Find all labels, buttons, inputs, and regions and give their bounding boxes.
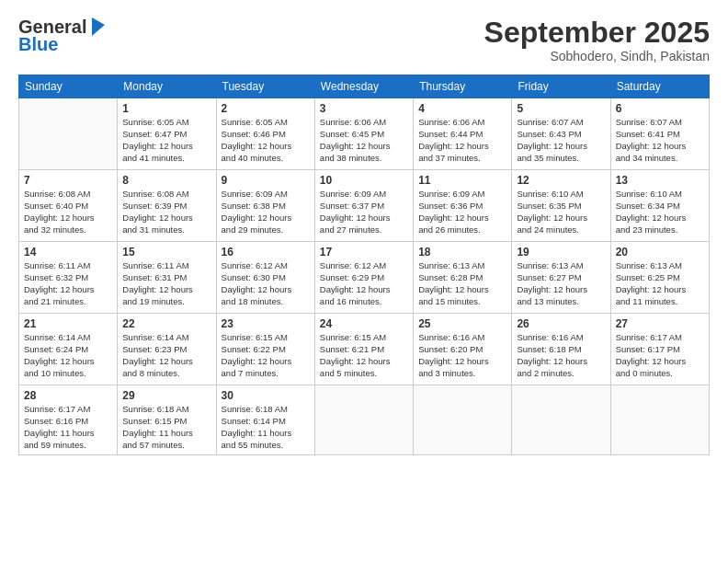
day-number: 26 bbox=[517, 317, 605, 330]
day-number: 20 bbox=[616, 246, 704, 259]
day-number: 16 bbox=[222, 246, 310, 259]
table-row: 17Sunrise: 6:12 AMSunset: 6:29 PMDayligh… bbox=[314, 242, 413, 314]
col-thursday: Thursday bbox=[414, 75, 512, 98]
location: Sobhodero, Sindh, Pakistan bbox=[484, 49, 710, 63]
day-info: Sunrise: 6:12 AMSunset: 6:30 PMDaylight:… bbox=[222, 260, 310, 307]
day-number: 11 bbox=[418, 174, 506, 187]
col-tuesday: Tuesday bbox=[216, 75, 314, 98]
day-number: 8 bbox=[122, 174, 210, 187]
day-number: 24 bbox=[320, 317, 408, 330]
table-row: 26Sunrise: 6:16 AMSunset: 6:18 PMDayligh… bbox=[512, 314, 610, 385]
table-row: 29Sunrise: 6:18 AMSunset: 6:15 PMDayligh… bbox=[118, 385, 216, 455]
table-row: 14Sunrise: 6:11 AMSunset: 6:32 PMDayligh… bbox=[19, 242, 118, 314]
day-info: Sunrise: 6:13 AMSunset: 6:25 PMDaylight:… bbox=[616, 260, 704, 307]
col-sunday: Sunday bbox=[19, 75, 118, 98]
table-row: 4Sunrise: 6:06 AMSunset: 6:44 PMDaylight… bbox=[414, 98, 512, 170]
day-number: 17 bbox=[320, 246, 408, 259]
day-info: Sunrise: 6:13 AMSunset: 6:27 PMDaylight:… bbox=[517, 260, 605, 307]
page-header: General Blue September 2025 Sobhodero, S… bbox=[18, 17, 710, 63]
table-row: 13Sunrise: 6:10 AMSunset: 6:34 PMDayligh… bbox=[610, 170, 709, 242]
table-row: 19Sunrise: 6:13 AMSunset: 6:27 PMDayligh… bbox=[512, 242, 610, 314]
day-info: Sunrise: 6:15 AMSunset: 6:22 PMDaylight:… bbox=[222, 332, 310, 379]
day-info: Sunrise: 6:11 AMSunset: 6:32 PMDaylight:… bbox=[24, 260, 112, 307]
day-number: 29 bbox=[122, 389, 210, 402]
col-friday: Friday bbox=[512, 75, 610, 98]
day-info: Sunrise: 6:13 AMSunset: 6:28 PMDaylight:… bbox=[418, 260, 506, 307]
day-number: 9 bbox=[222, 174, 310, 187]
day-info: Sunrise: 6:12 AMSunset: 6:29 PMDaylight:… bbox=[320, 260, 408, 307]
table-row bbox=[414, 385, 512, 455]
day-number: 5 bbox=[517, 102, 605, 115]
day-info: Sunrise: 6:06 AMSunset: 6:45 PMDaylight:… bbox=[320, 117, 408, 164]
table-row: 12Sunrise: 6:10 AMSunset: 6:35 PMDayligh… bbox=[512, 170, 610, 242]
table-row: 15Sunrise: 6:11 AMSunset: 6:31 PMDayligh… bbox=[118, 242, 216, 314]
day-number: 22 bbox=[122, 317, 210, 330]
title-block: September 2025 Sobhodero, Sindh, Pakista… bbox=[484, 17, 710, 63]
day-info: Sunrise: 6:08 AMSunset: 6:39 PMDaylight:… bbox=[122, 189, 210, 236]
col-wednesday: Wednesday bbox=[314, 75, 413, 98]
table-row: 11Sunrise: 6:09 AMSunset: 6:36 PMDayligh… bbox=[414, 170, 512, 242]
table-row: 9Sunrise: 6:09 AMSunset: 6:38 PMDaylight… bbox=[216, 170, 314, 242]
table-row: 21Sunrise: 6:14 AMSunset: 6:24 PMDayligh… bbox=[19, 314, 118, 385]
day-info: Sunrise: 6:16 AMSunset: 6:18 PMDaylight:… bbox=[517, 332, 605, 379]
table-row: 7Sunrise: 6:08 AMSunset: 6:40 PMDaylight… bbox=[19, 170, 118, 242]
calendar-header-row: Sunday Monday Tuesday Wednesday Thursday… bbox=[19, 75, 710, 98]
day-info: Sunrise: 6:07 AMSunset: 6:43 PMDaylight:… bbox=[517, 117, 605, 164]
day-info: Sunrise: 6:05 AMSunset: 6:46 PMDaylight:… bbox=[222, 117, 310, 164]
day-info: Sunrise: 6:09 AMSunset: 6:38 PMDaylight:… bbox=[222, 189, 310, 236]
logo: General Blue bbox=[18, 17, 107, 55]
table-row: 8Sunrise: 6:08 AMSunset: 6:39 PMDaylight… bbox=[118, 170, 216, 242]
table-row bbox=[512, 385, 610, 455]
day-number: 4 bbox=[418, 102, 506, 115]
day-number: 19 bbox=[517, 246, 605, 259]
table-row: 20Sunrise: 6:13 AMSunset: 6:25 PMDayligh… bbox=[610, 242, 709, 314]
day-info: Sunrise: 6:08 AMSunset: 6:40 PMDaylight:… bbox=[24, 189, 112, 236]
day-number: 14 bbox=[24, 246, 112, 259]
day-number: 10 bbox=[320, 174, 408, 187]
svg-marker-0 bbox=[92, 17, 105, 36]
day-number: 6 bbox=[616, 102, 704, 115]
day-info: Sunrise: 6:11 AMSunset: 6:31 PMDaylight:… bbox=[122, 260, 210, 307]
col-monday: Monday bbox=[118, 75, 216, 98]
day-info: Sunrise: 6:05 AMSunset: 6:47 PMDaylight:… bbox=[122, 117, 210, 164]
day-info: Sunrise: 6:14 AMSunset: 6:23 PMDaylight:… bbox=[122, 332, 210, 379]
table-row: 5Sunrise: 6:07 AMSunset: 6:43 PMDaylight… bbox=[512, 98, 610, 170]
day-info: Sunrise: 6:17 AMSunset: 6:16 PMDaylight:… bbox=[24, 404, 112, 451]
day-number: 18 bbox=[418, 246, 506, 259]
table-row: 23Sunrise: 6:15 AMSunset: 6:22 PMDayligh… bbox=[216, 314, 314, 385]
table-row: 28Sunrise: 6:17 AMSunset: 6:16 PMDayligh… bbox=[19, 385, 118, 455]
day-info: Sunrise: 6:17 AMSunset: 6:17 PMDaylight:… bbox=[616, 332, 704, 379]
day-number: 21 bbox=[24, 317, 112, 330]
table-row bbox=[314, 385, 413, 455]
table-row: 24Sunrise: 6:15 AMSunset: 6:21 PMDayligh… bbox=[314, 314, 413, 385]
day-info: Sunrise: 6:18 AMSunset: 6:14 PMDaylight:… bbox=[222, 404, 310, 451]
day-number: 15 bbox=[122, 246, 210, 259]
table-row: 27Sunrise: 6:17 AMSunset: 6:17 PMDayligh… bbox=[610, 314, 709, 385]
table-row bbox=[610, 385, 709, 455]
day-number: 30 bbox=[222, 389, 310, 402]
day-number: 28 bbox=[24, 389, 112, 402]
day-info: Sunrise: 6:09 AMSunset: 6:36 PMDaylight:… bbox=[418, 189, 506, 236]
day-info: Sunrise: 6:09 AMSunset: 6:37 PMDaylight:… bbox=[320, 189, 408, 236]
day-number: 23 bbox=[222, 317, 310, 330]
logo-icon bbox=[88, 16, 107, 38]
day-info: Sunrise: 6:14 AMSunset: 6:24 PMDaylight:… bbox=[24, 332, 112, 379]
table-row: 10Sunrise: 6:09 AMSunset: 6:37 PMDayligh… bbox=[314, 170, 413, 242]
day-info: Sunrise: 6:10 AMSunset: 6:34 PMDaylight:… bbox=[616, 189, 704, 236]
day-info: Sunrise: 6:10 AMSunset: 6:35 PMDaylight:… bbox=[517, 189, 605, 236]
day-info: Sunrise: 6:18 AMSunset: 6:15 PMDaylight:… bbox=[122, 404, 210, 451]
col-saturday: Saturday bbox=[610, 75, 709, 98]
day-number: 27 bbox=[616, 317, 704, 330]
month-title: September 2025 bbox=[484, 17, 710, 49]
day-number: 7 bbox=[24, 174, 112, 187]
day-info: Sunrise: 6:06 AMSunset: 6:44 PMDaylight:… bbox=[418, 117, 506, 164]
day-info: Sunrise: 6:16 AMSunset: 6:20 PMDaylight:… bbox=[418, 332, 506, 379]
table-row: 16Sunrise: 6:12 AMSunset: 6:30 PMDayligh… bbox=[216, 242, 314, 314]
table-row: 6Sunrise: 6:07 AMSunset: 6:41 PMDaylight… bbox=[610, 98, 709, 170]
day-info: Sunrise: 6:15 AMSunset: 6:21 PMDaylight:… bbox=[320, 332, 408, 379]
table-row: 3Sunrise: 6:06 AMSunset: 6:45 PMDaylight… bbox=[314, 98, 413, 170]
table-row: 1Sunrise: 6:05 AMSunset: 6:47 PMDaylight… bbox=[118, 98, 216, 170]
day-number: 1 bbox=[122, 102, 210, 115]
day-number: 13 bbox=[616, 174, 704, 187]
table-row: 30Sunrise: 6:18 AMSunset: 6:14 PMDayligh… bbox=[216, 385, 314, 455]
